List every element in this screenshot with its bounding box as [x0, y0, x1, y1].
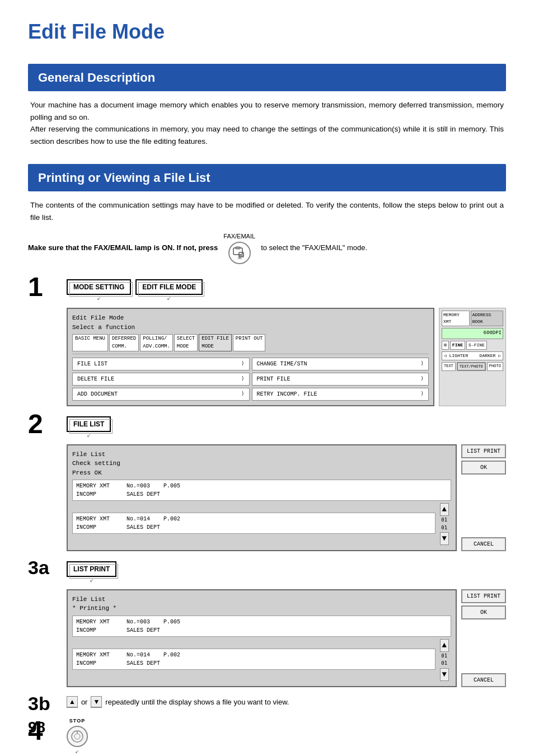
- step-2-cancel-btn[interactable]: CANCEL: [461, 537, 506, 551]
- mode-setting-btn-wrapper: MODE SETTING ↙: [67, 279, 131, 303]
- up-btn[interactable]: ▲: [67, 696, 78, 708]
- step-3b-number: 3b: [28, 692, 59, 713]
- step-1-fax-panel: MEMORY XMT ADDRESS BOOK 600DPI ⊞ FINE S-…: [439, 308, 506, 406]
- down-btn[interactable]: ▼: [91, 696, 102, 708]
- edit-file-mode-button[interactable]: EDIT FILE MODE: [135, 279, 203, 295]
- step-2-row: 2 FILE LIST ↙ File List Check setting Pr…: [28, 411, 506, 551]
- scroll-counter-2: 0101: [441, 516, 447, 532]
- step-3b-row: 3b ▲ or ▼ repeatedly until the display s…: [28, 692, 506, 713]
- fax-instruction-text: Make sure that the FAX/EMAIL lamp is ON.…: [28, 242, 218, 253]
- step-2-row-2-with-scroll: MEMORY XMT No.=014 P.002 INCOMP SALES DE…: [72, 503, 451, 546]
- step-1-screen-area: Edit File Mode Select a function BASIC M…: [67, 308, 506, 406]
- lcd-opt-add-doc: ADD DOCUMENT: [72, 388, 250, 401]
- scroll-down-2[interactable]: ▼: [440, 532, 449, 545]
- step-1-content: MODE SETTING ↙ EDIT FILE MODE ↙ Edit Fil…: [67, 274, 506, 407]
- general-desc-p2: After reserving the communications in me…: [30, 123, 504, 147]
- fax-email-button-icon: FAX/EMAIL ✉: [223, 232, 255, 265]
- step-3a-side-buttons: LIST PRINT OK CANCEL: [461, 589, 506, 687]
- list-print-btn-wrapper: LIST PRINT ↙: [67, 561, 116, 585]
- step-3a-number: 3a: [28, 556, 59, 577]
- scroll-down-3a[interactable]: ▼: [440, 668, 449, 681]
- fax-panel-memory: MEMORY XMT: [442, 311, 470, 326]
- menu-polling: POLLING/ADV.COMM.: [140, 334, 173, 351]
- scroll-arrows-2: ▲ 0101 ▼: [440, 503, 449, 546]
- step-3a-row-1: MEMORY XMT No.=003 P.005 INCOMP SALES DE…: [72, 616, 451, 637]
- scroll-counter-3a: 0101: [441, 652, 447, 668]
- step-2-side-buttons: LIST PRINT OK CANCEL: [461, 444, 506, 552]
- step-3a-lcd: File List * Printing * MEMORY XMT No.=00…: [67, 589, 457, 687]
- step-3a-buttons: LIST PRINT ↙: [67, 561, 506, 585]
- section-body-printing: The contents of the communication settin…: [28, 199, 506, 223]
- svg-text:✉: ✉: [237, 256, 241, 261]
- step-2-row-2: MEMORY XMT No.=014 P.002 INCOMP SALES DE…: [72, 513, 435, 534]
- spacer-3a: [461, 622, 506, 671]
- printing-intro: The contents of the communication settin…: [30, 199, 504, 223]
- scroll-arrows-3a: ▲ 0101 ▼: [440, 638, 449, 682]
- step-3a-row-2: MEMORY XMT No.=014 P.002 INCOMP SALES DE…: [72, 649, 435, 670]
- step-1-lcd: Edit File Mode Select a function BASIC M…: [67, 308, 434, 406]
- step-1-lcd-options: FILE LIST CHANGE TIME/STN DELETE FILE PR…: [72, 358, 429, 401]
- fax-instruction-end: to select the "FAX/EMAIL" mode.: [261, 242, 367, 253]
- list-print-button[interactable]: LIST PRINT: [67, 561, 116, 577]
- edit-file-mode-btn-wrapper: EDIT FILE MODE ↙: [135, 279, 203, 303]
- step-1-number: 1: [28, 274, 59, 300]
- step-3a-row-2-scroll: MEMORY XMT No.=014 P.002 INCOMP SALES DE…: [72, 638, 451, 682]
- step-2-buttons: FILE LIST ↙: [67, 416, 506, 440]
- step-3b-or: or: [81, 697, 88, 708]
- spacer: [461, 477, 506, 536]
- fax-panel-lighter: ◁ LIGHTERDARKER ▷: [442, 351, 503, 360]
- lcd-opt-retry: RETRY INCOMP. FILE: [252, 388, 429, 401]
- file-list-button[interactable]: FILE LIST: [67, 416, 111, 432]
- step-3a-list-print-btn[interactable]: LIST PRINT: [461, 589, 506, 603]
- step-3a-screen-area: File List * Printing * MEMORY XMT No.=00…: [67, 589, 506, 687]
- step-1-row: 1 MODE SETTING ↙ EDIT FILE MODE ↙ Edit F…: [28, 274, 506, 407]
- fax-email-instruction-row: Make sure that the FAX/EMAIL lamp is ON.…: [28, 232, 506, 265]
- step-3a-rows: MEMORY XMT No.=003 P.005 INCOMP SALES DE…: [72, 616, 451, 682]
- menu-print-out: PRINT OUT: [233, 334, 266, 351]
- menu-basic: BASIC MENU: [72, 334, 108, 351]
- stop-label: STOP: [69, 717, 85, 725]
- fax-panel-display: 600DPI: [442, 328, 503, 339]
- fax-panel-quality: ⊞ FINE S-FINE: [442, 341, 503, 350]
- step-3a-row: 3a LIST PRINT ↙ File List * Printing *: [28, 556, 506, 687]
- menu-edit-file: EDIT FILEMODE: [199, 334, 232, 351]
- step-2-list-print-btn[interactable]: LIST PRINT: [461, 444, 506, 458]
- step-2-ok-btn[interactable]: OK: [461, 461, 506, 475]
- step-2-row-1: MEMORY XMT No.=003 P.005 INCOMP SALES DE…: [72, 480, 451, 501]
- fax-panel-text-mode: TEXT TEXT/PHOTO PHOTO: [442, 362, 503, 372]
- file-list-btn-wrapper: FILE LIST ↙: [67, 416, 111, 440]
- page-number: 98: [28, 716, 45, 739]
- lcd-opt-print-file: PRINT FILE: [252, 373, 429, 386]
- section-general-description: General Description Your machine has a d…: [28, 64, 506, 147]
- step-3a-cancel-btn[interactable]: CANCEL: [461, 673, 506, 687]
- scroll-up-3a[interactable]: ▲: [440, 639, 449, 652]
- scroll-up-2[interactable]: ▲: [440, 503, 449, 516]
- step-3a-content: LIST PRINT ↙ File List * Printing * MEMO…: [67, 556, 506, 687]
- mode-setting-button[interactable]: MODE SETTING: [67, 279, 131, 295]
- stop-icon[interactable]: [67, 726, 88, 747]
- general-desc-p1: Your machine has a document image memory…: [30, 99, 504, 123]
- step-2-screen-area: File List Check setting Press OK MEMORY …: [67, 444, 506, 552]
- step-4-row: 4 STOP ↙: [28, 717, 506, 756]
- section-header-printing: Printing or Viewing a File List: [28, 164, 506, 191]
- fax-panel-address: ADDRESS BOOK: [471, 311, 503, 326]
- step-2-lcd: File List Check setting Press OK MEMORY …: [67, 444, 457, 552]
- step-1-menu-bar: BASIC MENU DEFERREDCOMM. POLLING/ADV.COM…: [72, 334, 429, 354]
- step-3a-ok-btn[interactable]: OK: [461, 605, 506, 619]
- lcd-opt-delete-file: DELETE FILE: [72, 373, 250, 386]
- step-2-number: 2: [28, 411, 59, 438]
- menu-deferred: DEFERREDCOMM.: [109, 334, 139, 351]
- svg-point-6: [74, 734, 80, 739]
- section-body-general: Your machine has a document image memory…: [28, 99, 506, 147]
- step-2-rows: MEMORY XMT No.=003 P.005 INCOMP SALES DE…: [72, 480, 451, 546]
- step-3b-content: ▲ or ▼ repeatedly until the display show…: [67, 696, 289, 708]
- step-4-stop-button[interactable]: STOP ↙: [67, 717, 88, 756]
- fax-email-label: FAX/EMAIL: [223, 232, 255, 241]
- step-2-lcd-title: File List Check setting Press OK: [72, 450, 451, 478]
- step-1-buttons: MODE SETTING ↙ EDIT FILE MODE ↙: [67, 279, 506, 303]
- section-printing: Printing or Viewing a File List The cont…: [28, 164, 506, 755]
- step-1-lcd-title1: Edit File Mode Select a function: [72, 313, 429, 332]
- step-2-content: FILE LIST ↙ File List Check setting Pres…: [67, 411, 506, 551]
- lcd-opt-change-time: CHANGE TIME/STN: [252, 358, 429, 370]
- step-3b-instruction: repeatedly until the display shows a fil…: [105, 697, 289, 708]
